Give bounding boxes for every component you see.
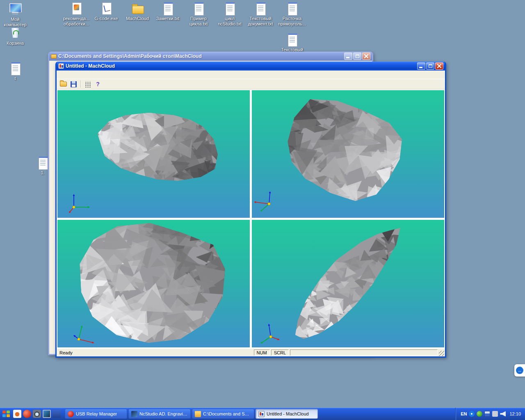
teamviewer-tray-icon[interactable] [469,411,475,417]
network-tray-icon[interactable] [484,411,490,417]
viewport-grid [57,89,445,348]
task-label: Untitled - MachCloud [267,411,309,416]
quicklaunch-camera-icon[interactable] [33,410,41,418]
desktop-icon[interactable]: Мой компьютер [2,2,28,27]
explorer-title: C:\Documents and Settings\Admin\Рабочий … [58,53,342,59]
open-button[interactable] [58,80,68,89]
task-label: NcStudio AD. Engravin... [139,411,188,416]
viewport-bottom-left[interactable] [57,220,250,347]
taskbar-task[interactable]: USB Relay Manager [65,409,127,419]
status-text: Ready [57,350,253,355]
desktop-icon-glyph [36,156,50,169]
taskbar-task[interactable]: C:\Documents and Set... [192,409,254,419]
save-button[interactable] [68,80,79,89]
desktop-icon[interactable]: Заметки.txt [153,2,182,21]
desktop-icon-glyph [285,33,299,46]
quicklaunch-java-icon[interactable] [13,410,21,418]
menu-item[interactable] [84,74,90,75]
taskbar-task[interactable]: Untitled - MachCloud [256,409,318,419]
desktop-icon-glyph [8,62,22,75]
desktop-icon-label: Заметки.txt [153,16,182,21]
close-button[interactable] [435,62,443,70]
teamviewer-icon: ↔ [516,367,523,374]
desktop-icon[interactable]: цикл ncStudio.txt [215,2,244,27]
windows-flag-icon [2,410,10,418]
taskbar: USB Relay Manager NcStudio AD. Engravin.… [0,408,525,420]
desktop-icon[interactable]: MachCloud [123,2,152,21]
desktop-icon-label: Текстовый документ.txt [245,16,276,27]
menu-item[interactable] [77,74,84,75]
task-icon [258,411,265,417]
axis-triad [254,192,277,211]
volume-tray-icon[interactable] [500,411,506,417]
desktop-icon[interactable]: Расточка прямоуголь... [276,2,308,27]
viewport-bottom-right[interactable] [252,220,444,347]
desktop-icon[interactable]: Текстовый [277,33,307,52]
axis-triad [258,324,281,343]
menu-item[interactable] [71,74,77,75]
toolbar-separator [80,80,81,88]
quicklaunch-app-icon[interactable] [52,410,61,418]
desktop-icon-label: Пример цикла.txt [185,16,212,27]
viewport-top-left[interactable] [57,90,250,218]
desktop-icon-glyph [69,2,83,15]
usb-tray-icon[interactable] [492,411,498,417]
clock: 12:10 [509,411,521,416]
task-label: C:\Documents and Set... [203,411,251,416]
resize-grip[interactable] [439,351,444,356]
language-indicator[interactable]: EN [461,411,467,416]
folder-icon [51,54,57,59]
menu-bar [57,71,445,79]
minimize-button[interactable] [344,52,352,60]
desktop-icon-glyph [192,2,205,15]
help-button[interactable]: ? [93,80,103,89]
explorer-title-bar[interactable]: C:\Documents and Settings\Admin\Рабочий … [49,52,372,61]
quicklaunch-browser-icon[interactable] [23,410,31,418]
system-tray: EN 12:10 [455,408,525,420]
point-grid-icon [84,81,91,87]
status-spacer [290,349,438,356]
desktop-icon-label: Корзина [2,41,28,46]
task-icon [68,411,74,417]
point-cloud-button[interactable] [82,80,93,89]
viewport-top-right[interactable] [252,90,444,218]
desktop-icon-label: t [3,76,27,81]
open-folder-icon [60,82,67,87]
maximize-button[interactable] [353,52,361,60]
desktop-icon[interactable]: Пример цикла.txt [185,2,212,27]
desktop-icon-glyph [99,2,113,15]
title-bar[interactable]: Untitled - MachCloud [57,62,445,71]
desktop-icon[interactable]: G-code.exe [93,2,120,21]
menu-item[interactable] [64,74,71,75]
desktop-icon-glyph [8,26,22,39]
antivirus-tray-icon[interactable] [477,411,482,417]
desktop-icon[interactable]: Текстовый документ.txt [245,2,276,27]
window-title: Untitled - MachCloud [66,63,415,69]
desktop-icon-glyph [130,2,144,15]
desktop-icon-glyph [223,2,237,15]
task-icon [195,411,201,417]
taskbar-task[interactable]: NcStudio AD. Engravin... [128,409,191,419]
close-button[interactable] [362,52,370,60]
maximize-button[interactable] [426,62,434,70]
machcloud-app-icon [58,63,64,69]
mesh-render [252,90,444,218]
task-buttons: USB Relay Manager NcStudio AD. Engravin.… [65,409,318,419]
task-label: USB Relay Manager [76,411,117,416]
start-button[interactable] [0,408,12,420]
desktop-icon[interactable]: рекоменда... обработки... [62,2,91,27]
status-scrl: SCRL [271,349,289,356]
machcloud-window: Untitled - MachCloud ? [55,62,446,358]
desktop-icon[interactable]: t [3,62,27,81]
desktop-icon-glyph [161,2,175,15]
status-num: NUM [254,349,270,356]
minimize-button[interactable] [417,62,425,70]
desktop-icon-glyph [8,2,22,16]
status-bar: Ready NUM SCRL [57,348,445,356]
desktop-icon-glyph [285,2,299,15]
desktop-icon-label: цикл ncStudio.txt [215,16,244,27]
menu-item[interactable] [57,74,64,75]
teamviewer-edge-button[interactable]: ↔ [514,364,525,377]
desktop-icon[interactable]: Корзина [2,26,28,46]
quicklaunch-display-icon[interactable] [43,410,51,418]
